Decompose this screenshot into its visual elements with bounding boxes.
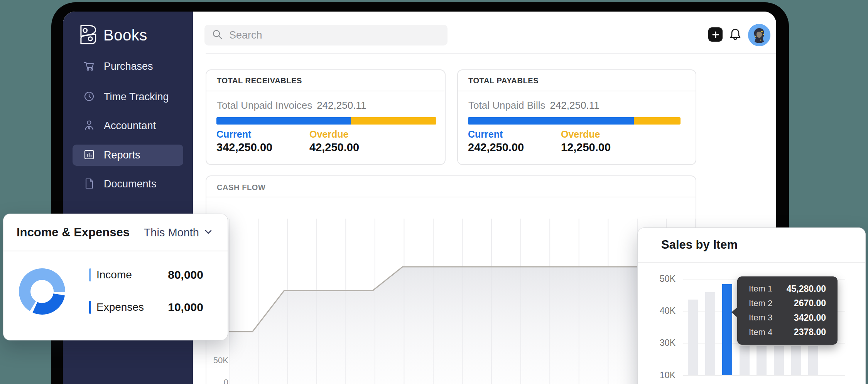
tooltip-row: Item 1 45,280.00	[737, 284, 838, 294]
expenses-value: 10,000	[168, 301, 203, 314]
expenses-legend-marker	[89, 301, 91, 314]
sidebar-item-time-tracking[interactable]: Time Tracking	[73, 86, 183, 108]
sales-bar[interactable]	[688, 300, 698, 375]
sales-bar[interactable]	[740, 346, 750, 375]
page-background: Books Purchases	[0, 0, 868, 384]
income-value: 80,000	[168, 268, 203, 281]
income-expenses-donut-chart	[15, 264, 69, 318]
y-axis-label-50k: 50K	[206, 355, 228, 365]
sidebar-item-label: Time Tracking	[104, 91, 169, 103]
sales-by-item-card: Sales by Item 50K 40K 30K 10K Item 1 45,…	[637, 227, 866, 384]
tooltip-item-value: 45,280.00	[787, 284, 826, 294]
income-expenses-card: Income & Expenses This Month Income 80,0…	[3, 214, 228, 340]
current-value: 342,250.00	[216, 141, 272, 154]
card-divider	[458, 91, 696, 91]
books-logo-icon	[77, 24, 98, 46]
topbar-divider	[206, 53, 776, 54]
sales-bar[interactable]	[808, 346, 818, 375]
current-value: 242,250.00	[468, 141, 524, 154]
payables-progress-bar	[468, 117, 681, 125]
sales-bar[interactable]	[791, 346, 801, 375]
user-avatar[interactable]	[748, 24, 770, 46]
tooltip-item-label: Item 2	[749, 298, 772, 308]
sales-bar[interactable]	[705, 292, 715, 375]
total-payables-card: TOTAL PAYABLES Total Unpaid Bills242,250…	[457, 69, 696, 165]
current-segment	[468, 117, 634, 125]
income-legend-marker	[89, 268, 91, 281]
card-title: Income & Expenses	[17, 226, 130, 239]
search-input[interactable]	[228, 29, 441, 42]
receivables-progress-bar	[216, 117, 436, 125]
app-title: Books	[103, 27, 147, 44]
sidebar-item-reports[interactable]: Reports	[73, 145, 183, 166]
y-axis-label-0: 0	[206, 377, 228, 384]
tooltip-item-value: 3420.00	[794, 313, 826, 323]
chevron-down-icon	[204, 226, 213, 239]
add-button[interactable]	[708, 27, 723, 42]
period-value: This Month	[144, 226, 199, 239]
tooltip-item-label: Item 4	[749, 327, 772, 337]
sidebar-item-documents[interactable]: Documents	[73, 173, 183, 195]
sidebar-item-accountant[interactable]: Accountant	[73, 115, 183, 136]
sales-bar[interactable]	[774, 346, 784, 375]
cash-flow-chart	[228, 215, 697, 384]
unpaid-amount: 242,250.11	[317, 99, 366, 111]
tooltip-row: Item 2 2670.00	[737, 298, 838, 308]
search-icon	[211, 29, 223, 42]
expenses-label: Expenses	[96, 301, 144, 313]
unpaid-summary: Total Unpaid Bills242,250.11	[468, 99, 599, 111]
sidebar-item-label: Documents	[104, 178, 157, 190]
sidebar-item-purchases[interactable]: Purchases	[73, 56, 183, 77]
unpaid-amount: 242,250.11	[550, 99, 599, 111]
overdue-label: Overdue	[309, 129, 348, 140]
card-title: TOTAL PAYABLES	[468, 76, 539, 85]
overdue-label: Overdue	[561, 129, 600, 140]
income-expenses-header: Income & Expenses This Month	[3, 214, 228, 251]
cash-flow-card: CASH FLOW 50K 0	[206, 175, 696, 384]
card-title: CASH FLOW	[217, 183, 266, 192]
bar-chart-icon	[83, 148, 95, 162]
sidebar-item-label: Reports	[104, 149, 140, 161]
total-receivables-card: TOTAL RECEIVABLES Total Unpaid Invoices2…	[206, 69, 446, 165]
clock-icon	[83, 90, 95, 104]
tooltip-row: Item 4 2378.00	[737, 327, 838, 337]
app-logo: Books	[77, 24, 147, 46]
card-divider	[3, 251, 228, 251]
tooltip-item-value: 2670.00	[794, 298, 826, 308]
search-box[interactable]	[204, 25, 448, 45]
legend-expenses: Expenses 10,000	[89, 301, 203, 314]
overdue-value: 12,250.00	[561, 141, 611, 154]
card-divider	[206, 197, 696, 197]
card-title: TOTAL RECEIVABLES	[217, 76, 302, 85]
sidebar-item-label: Accountant	[104, 120, 156, 132]
current-segment	[216, 117, 351, 125]
person-icon	[83, 119, 95, 133]
overdue-segment	[634, 117, 681, 125]
unpaid-label: Total Unpaid Bills	[468, 99, 545, 111]
notification-bell-icon[interactable]	[727, 26, 744, 43]
sales-bar[interactable]	[757, 346, 767, 375]
unpaid-label: Total Unpaid Invoices	[217, 99, 312, 111]
tooltip-row: Item 3 3420.00	[737, 313, 838, 323]
tooltip-item-label: Item 1	[749, 284, 772, 294]
income-label: Income	[96, 269, 132, 281]
sales-tooltip: Item 1 45,280.00 Item 2 2670.00 Item 3 3…	[737, 276, 838, 345]
overdue-value: 42,250.00	[309, 141, 359, 154]
tooltip-item-label: Item 3	[749, 313, 772, 323]
legend-income: Income 80,000	[89, 268, 203, 281]
sidebar-item-label: Purchases	[104, 61, 153, 72]
tooltip-item-value: 2378.00	[794, 327, 826, 337]
document-icon	[83, 177, 95, 191]
card-divider	[206, 91, 445, 91]
period-dropdown[interactable]: This Month	[144, 226, 213, 239]
cart-icon	[83, 60, 95, 74]
current-label: Current	[216, 129, 251, 140]
overdue-segment	[351, 117, 436, 125]
unpaid-summary: Total Unpaid Invoices242,250.11	[217, 99, 366, 111]
current-label: Current	[468, 129, 503, 140]
sales-bar-highlighted[interactable]	[722, 284, 732, 375]
